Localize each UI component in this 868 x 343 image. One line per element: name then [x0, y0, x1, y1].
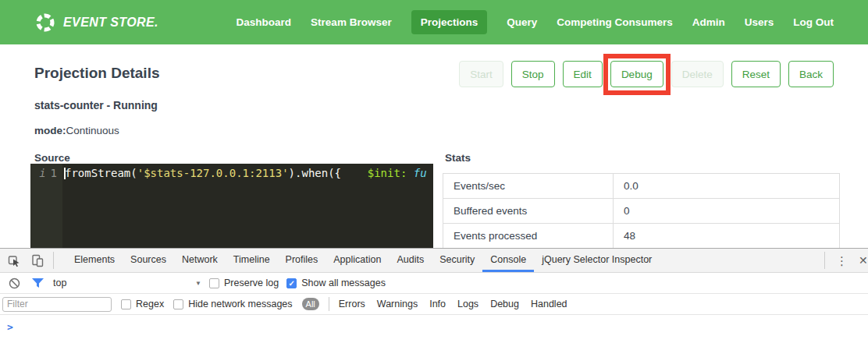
close-devtools-icon[interactable]: ✕	[859, 254, 868, 267]
toolbar-separator	[53, 252, 54, 269]
show-all-messages-label: Show all messages	[301, 278, 386, 288]
filter-level-errors[interactable]: Errors	[339, 299, 365, 309]
toolbar-separator	[824, 252, 825, 269]
chevron-down-icon: ▼	[195, 280, 201, 287]
tab-elements[interactable]: Elements	[66, 249, 123, 272]
filter-icon[interactable]	[30, 275, 45, 291]
projection-mode: mode:Continuous	[34, 125, 119, 136]
mode-value: Continuous	[66, 125, 119, 136]
console-toolbar: top ▼ Preserve log ✓ Show all messages	[0, 273, 868, 294]
editor-gutter: i1	[30, 164, 62, 248]
table-row: Events/sec 0.0	[443, 174, 839, 199]
overflow-menu-icon[interactable]: ⋮	[833, 255, 851, 267]
table-row: Buffered events 0	[443, 199, 839, 224]
stop-button[interactable]: Stop	[511, 61, 555, 87]
console-output-area[interactable]: >	[0, 315, 868, 343]
tab-timeline[interactable]: Timeline	[226, 249, 278, 272]
show-all-messages-checkbox[interactable]: ✓ Show all messages	[286, 278, 386, 288]
device-toolbar-icon[interactable]	[30, 253, 45, 268]
tab-jquery-selector-inspector[interactable]: jQuery Selector Inspector	[534, 249, 660, 272]
execution-context-select[interactable]: top ▼	[53, 278, 201, 288]
gutter-marker: i	[39, 167, 45, 179]
tab-profiles[interactable]: Profiles	[278, 249, 326, 272]
page-content: Projection Details Start Stop Edit Debug…	[0, 44, 868, 248]
stat-value: 48	[614, 224, 839, 248]
tab-sources[interactable]: Sources	[123, 249, 174, 272]
regex-checkbox[interactable]: Regex	[121, 299, 164, 309]
main-nav: Dashboard Stream Browser Projections Que…	[237, 10, 834, 34]
filter-level-warnings[interactable]: Warnings	[377, 299, 418, 309]
tab-audits[interactable]: Audits	[389, 249, 432, 272]
brand-name: EVENT STORE.	[63, 16, 158, 30]
nav-query[interactable]: Query	[507, 16, 537, 28]
brand[interactable]: EVENT STORE.	[34, 12, 158, 34]
console-filter-bar: Regex Hide network messages All Errors W…	[0, 294, 868, 315]
code-seg: ).when({	[289, 167, 341, 179]
code-seg: $init:	[368, 167, 407, 179]
filter-level-debug[interactable]: Debug	[490, 299, 519, 309]
filter-level-logs[interactable]: Logs	[457, 299, 478, 309]
devtools-tabs: Elements Sources Network Timeline Profil…	[66, 249, 824, 272]
nav-dashboard[interactable]: Dashboard	[237, 16, 292, 28]
nav-logout[interactable]: Log Out	[793, 16, 834, 28]
checkbox-unchecked	[209, 278, 219, 288]
eventstore-logo-icon	[34, 12, 56, 34]
start-button[interactable]: Start	[459, 61, 503, 87]
stat-key: Events/sec	[443, 174, 614, 198]
source-code-editor[interactable]: i1 fromStream('$stats-127.0.0.1:2113').w…	[30, 164, 433, 248]
action-button-row: Start Stop Edit Debug Delete Reset Back	[459, 61, 834, 87]
nav-competing-consumers[interactable]: Competing Consumers	[557, 16, 673, 28]
devtools-icon-group	[0, 249, 60, 272]
nav-admin[interactable]: Admin	[692, 16, 725, 28]
stat-key: Buffered events	[443, 199, 614, 223]
edit-button[interactable]: Edit	[563, 61, 603, 87]
filter-level-handled[interactable]: Handled	[531, 299, 567, 309]
back-button[interactable]: Back	[788, 61, 834, 87]
filter-level-all-badge[interactable]: All	[302, 298, 319, 310]
code-line[interactable]: fromStream('$stats-127.0.0.1:2113').when…	[62, 164, 433, 248]
hide-network-messages-label: Hide network messages	[188, 299, 292, 309]
nav-users[interactable]: Users	[745, 16, 774, 28]
tab-network[interactable]: Network	[174, 249, 226, 272]
nav-stream-browser[interactable]: Stream Browser	[311, 16, 392, 28]
source-heading: Source	[34, 152, 70, 164]
table-row: Events processed 48	[443, 224, 839, 248]
console-prompt-chevron[interactable]: >	[7, 321, 13, 333]
reset-button[interactable]: Reset	[731, 61, 781, 87]
delete-button[interactable]: Delete	[671, 61, 724, 87]
debug-button[interactable]: Debug	[610, 61, 663, 87]
checkbox-checked: ✓	[286, 278, 297, 288]
filter-input[interactable]	[2, 297, 112, 312]
page-title: Projection Details	[34, 65, 160, 82]
tab-application[interactable]: Application	[326, 249, 389, 272]
filter-separator	[329, 297, 329, 311]
inspect-element-icon[interactable]	[6, 253, 22, 268]
code-seg: fromStream(	[65, 167, 137, 179]
nav-projections[interactable]: Projections	[411, 10, 488, 34]
preserve-log-label: Preserve log	[224, 278, 279, 288]
projection-status: stats-counter - Running	[34, 99, 158, 111]
tab-security[interactable]: Security	[432, 249, 482, 272]
devtools-panel: Elements Sources Network Timeline Profil…	[0, 248, 868, 343]
stats-heading: Stats	[445, 152, 471, 164]
code-seg: '$stats-127.0.0.1:2113'	[137, 167, 289, 179]
line-number: 1	[51, 167, 57, 179]
debug-button-wrap: Debug	[610, 61, 663, 87]
hide-network-messages-checkbox[interactable]: Hide network messages	[173, 299, 292, 309]
filter-level-info[interactable]: Info	[429, 299, 446, 309]
regex-label: Regex	[136, 299, 164, 309]
stat-value: 0.0	[614, 174, 839, 198]
code-seg	[341, 167, 368, 179]
preserve-log-checkbox[interactable]: Preserve log	[209, 278, 279, 288]
execution-context-value: top	[53, 278, 66, 288]
tab-console[interactable]: Console	[482, 249, 534, 272]
devtools-tabbar-right: ⋮ ✕	[824, 249, 868, 272]
filter-levels: Errors Warnings Info Logs Debug Handled	[339, 299, 567, 309]
devtools-tabbar: Elements Sources Network Timeline Profil…	[0, 249, 868, 273]
app-header: EVENT STORE. Dashboard Stream Browser Pr…	[0, 0, 868, 44]
clear-console-icon[interactable]	[6, 275, 22, 291]
stats-table: Events/sec 0.0 Buffered events 0 Events …	[443, 173, 840, 248]
mode-label: mode:	[34, 125, 66, 136]
checkbox-unchecked	[173, 299, 183, 309]
code-seg: fu	[407, 167, 426, 179]
